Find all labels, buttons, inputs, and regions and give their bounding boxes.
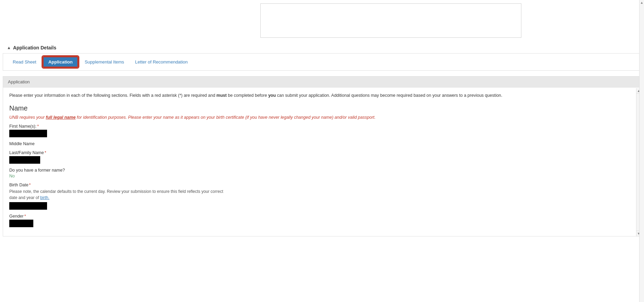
former-name-value: No [9,174,635,178]
first-name-group: First Name(s):* [9,124,635,137]
first-name-redacted [9,130,47,137]
last-name-required: * [45,150,46,155]
tab-read-sheet[interactable]: Read Sheet [8,57,41,67]
top-textarea[interactable] [260,3,521,38]
panel-body: Please enter your information in each of… [3,88,641,236]
tab-supplemental-items[interactable]: Supplemental Items [80,57,129,67]
last-name-redacted [9,156,40,164]
tabs-bar: Read Sheet Application Supplemental Item… [3,53,641,71]
birth-date-group: Birth Date* Please note, the calendar de… [9,183,635,210]
last-name-group: Last/Family Name* [9,150,635,164]
section-arrow: ▲ [7,45,11,50]
name-section-title: Name [9,104,635,112]
top-area [0,0,644,42]
gender-required: * [24,214,26,219]
gender-label: Gender* [9,214,635,219]
birth-date-label: Birth Date* [9,183,635,187]
unb-notice: UNB requires your full legal name for id… [9,115,635,120]
birth-link[interactable]: birth. [40,195,49,200]
birth-date-required: * [29,183,31,187]
gender-group: Gender* [9,214,635,227]
first-name-required: * [37,124,39,129]
former-name-label: Do you have a former name? [9,168,635,173]
page-wrapper: ▲ Application Details Read Sheet Applica… [0,0,644,302]
former-name-group: Do you have a former name? No [9,168,635,178]
info-text: Please enter your information in each of… [9,92,635,99]
top-textarea-wrapper [260,3,521,39]
panel-header: Application [3,77,641,88]
middle-name-group: Middle Name [9,141,635,146]
main-content: Application Please enter your informatio… [3,76,641,236]
tab-letter-of-recommendation[interactable]: Letter of Recommendation [130,57,192,67]
birth-date-redacted [9,202,47,210]
birth-date-note: Please note, the calendar defaults to th… [9,188,635,201]
section-title-label: Application Details [13,45,56,50]
last-name-label: Last/Family Name* [9,150,635,155]
first-name-label: First Name(s):* [9,124,635,129]
middle-name-label: Middle Name [9,141,635,146]
section-header[interactable]: ▲ Application Details [0,42,644,53]
outer-scrollbar-arrow-up[interactable]: ▲ [640,0,644,5]
tab-application[interactable]: Application [43,56,79,68]
outer-scrollbar[interactable]: ▲ [639,0,644,302]
gender-redacted [9,220,33,227]
